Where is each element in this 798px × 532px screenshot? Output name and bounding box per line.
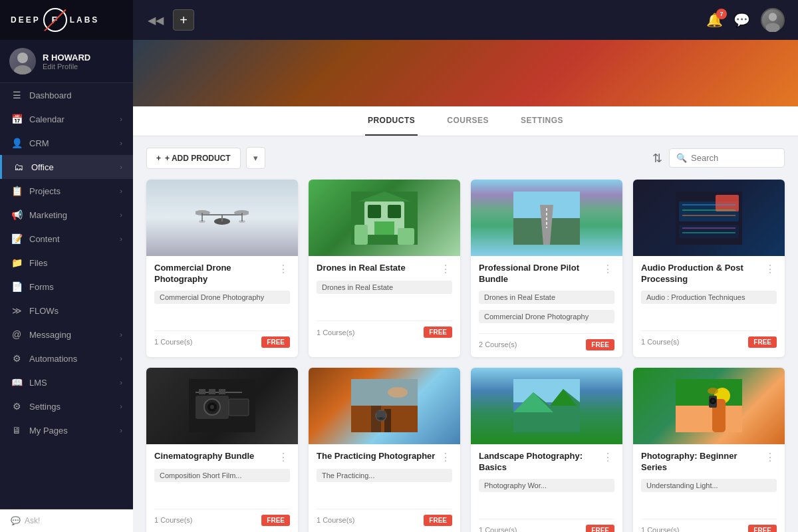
free-badge: FREE xyxy=(586,525,614,532)
tab-settings[interactable]: SETTINGS xyxy=(518,106,566,136)
card-menu-button[interactable]: ⋮ xyxy=(439,451,452,464)
card-tag: Drones in Real Estate xyxy=(479,291,614,304)
user-avatar[interactable] xyxy=(761,8,785,32)
sidebar-item-forms[interactable]: 📄 Forms xyxy=(0,275,133,299)
tab-courses[interactable]: COURSES xyxy=(444,106,491,136)
ask-icon: 💬 xyxy=(11,516,21,525)
svg-rect-15 xyxy=(368,205,381,218)
sidebar-item-projects[interactable]: 📋 Projects › xyxy=(0,179,133,203)
free-badge: FREE xyxy=(748,525,777,532)
dropdown-arrow-button[interactable]: ▾ xyxy=(246,147,265,169)
sidebar-profile[interactable]: R HOWARD Edit Profile xyxy=(0,40,133,83)
card-image xyxy=(309,180,460,256)
chevron-right-icon: › xyxy=(120,402,122,410)
product-card-cinematography-bundle: Cinematography Bundle ⋮ Composition Shor… xyxy=(146,368,298,532)
mypages-icon: 🖥 xyxy=(11,425,23,436)
notifications-button[interactable]: 🔔 7 xyxy=(706,12,723,28)
course-count: 1 Course(s) xyxy=(641,526,679,532)
svg-rect-41 xyxy=(199,389,205,394)
sidebar-item-mypages[interactable]: 🖥 My Pages › xyxy=(0,418,133,442)
svg-point-3 xyxy=(765,23,779,32)
product-grid: Commercial Drone Photography ⋮ Commercia… xyxy=(133,180,798,532)
add-product-button[interactable]: + + ADD PRODUCT xyxy=(146,148,241,169)
course-count: 1 Course(s) xyxy=(154,338,192,346)
sidebar-item-label: Automations xyxy=(29,354,77,364)
filter-button[interactable]: ⇅ xyxy=(652,151,662,166)
add-product-label: + ADD PRODUCT xyxy=(165,154,231,163)
sidebar-item-office[interactable]: 🗂 Office › xyxy=(0,155,133,179)
marketing-icon: 📢 xyxy=(11,209,23,220)
course-count: 1 Course(s) xyxy=(317,516,354,524)
sidebar-item-files[interactable]: 📁 Files xyxy=(0,251,133,275)
free-badge: FREE xyxy=(748,336,777,348)
collapse-sidebar-button[interactable]: ◀◀ xyxy=(146,11,165,29)
product-card-photography-beginner: Photography: Beginner Series ⋮ Understan… xyxy=(633,368,785,532)
profile-info: R HOWARD Edit Profile xyxy=(43,53,90,70)
sidebar-item-label: Dashboard xyxy=(29,90,72,100)
svg-point-64 xyxy=(712,400,714,402)
card-tag: Photography Wor... xyxy=(479,479,614,492)
free-badge: FREE xyxy=(261,515,290,526)
office-icon: 🗂 xyxy=(13,162,25,172)
svg-rect-57 xyxy=(513,416,580,432)
flows-icon: ≫ xyxy=(11,305,23,316)
svg-rect-51 xyxy=(376,411,386,418)
svg-point-1 xyxy=(14,65,31,74)
search-input[interactable] xyxy=(691,153,777,163)
sidebar-item-dashboard[interactable]: ☰ Dashboard xyxy=(0,83,133,107)
svg-point-46 xyxy=(388,387,408,398)
card-menu-button[interactable]: ⋮ xyxy=(763,451,777,464)
sidebar-item-settings[interactable]: ⚙ Settings › xyxy=(0,394,133,418)
product-card-professional-drone: Professional Drone Pilot Bundle ⋮ Drones… xyxy=(471,180,622,357)
ask-button[interactable]: 💬 Ask! xyxy=(0,509,133,532)
sidebar-item-crm[interactable]: 👤 CRM › xyxy=(0,131,133,155)
messages-button[interactable]: 💬 xyxy=(733,12,750,28)
messaging-icon: @ xyxy=(11,329,23,340)
svg-point-65 xyxy=(708,388,718,394)
svg-rect-16 xyxy=(388,205,401,218)
crm-icon: 👤 xyxy=(11,138,23,148)
sidebar-item-label: Messaging xyxy=(29,330,71,340)
content-icon: 📝 xyxy=(11,233,23,244)
card-menu-button[interactable]: ⋮ xyxy=(439,263,452,275)
sidebar-item-marketing[interactable]: 📢 Marketing › xyxy=(0,203,133,227)
sidebar-item-label: Office xyxy=(31,162,54,172)
card-image xyxy=(471,180,622,256)
products-toolbar: + + ADD PRODUCT ▾ ⇅ 🔍 xyxy=(133,136,798,180)
card-image xyxy=(471,368,622,444)
card-title: Photography: Beginner Series xyxy=(641,451,763,473)
notification-badge: 7 xyxy=(716,9,727,19)
automations-icon: ⚙ xyxy=(11,353,23,364)
card-menu-button[interactable]: ⋮ xyxy=(763,263,777,275)
card-menu-button[interactable]: ⋮ xyxy=(601,263,614,275)
sidebar-item-label: Forms xyxy=(29,282,54,292)
sidebar-item-content[interactable]: 📝 Content › xyxy=(0,227,133,251)
sidebar-item-automations[interactable]: ⚙ Automations › xyxy=(0,346,133,370)
sidebar-item-label: Marketing xyxy=(29,210,67,220)
tabs-bar: PRODUCTS COURSES SETTINGS xyxy=(133,106,798,136)
card-tags: Commercial Drone Photography xyxy=(154,291,290,324)
sidebar-item-calendar[interactable]: 📅 Calendar › xyxy=(0,107,133,131)
sidebar-item-flows[interactable]: ≫ FLOWs xyxy=(0,299,133,323)
course-count: 1 Course(s) xyxy=(479,526,517,532)
card-tag: Commercial Drone Photography xyxy=(479,310,614,323)
card-menu-button[interactable]: ⋮ xyxy=(277,263,290,275)
card-menu-button[interactable]: ⋮ xyxy=(601,451,614,464)
card-tags: Audio : Production Techniques xyxy=(641,291,777,324)
sidebar-item-lms[interactable]: 📖 LMS › xyxy=(0,370,133,394)
add-button[interactable]: + xyxy=(173,9,194,31)
forms-icon: 📄 xyxy=(11,281,23,292)
card-menu-button[interactable]: ⋮ xyxy=(277,451,290,464)
svg-point-38 xyxy=(210,405,214,409)
plus-icon: + xyxy=(156,154,161,163)
sidebar-item-label: Projects xyxy=(29,186,61,196)
chevron-right-icon: › xyxy=(120,187,122,195)
logo-circle: F xyxy=(43,8,67,32)
sidebar-item-messaging[interactable]: @ Messaging › xyxy=(0,323,133,346)
profile-edit-link[interactable]: Edit Profile xyxy=(43,63,90,70)
svg-rect-59 xyxy=(676,406,742,432)
svg-rect-43 xyxy=(219,389,225,394)
chevron-right-icon: › xyxy=(120,211,122,219)
tab-products[interactable]: PRODUCTS xyxy=(365,106,418,136)
card-tags: Photography Wor... xyxy=(479,479,614,512)
